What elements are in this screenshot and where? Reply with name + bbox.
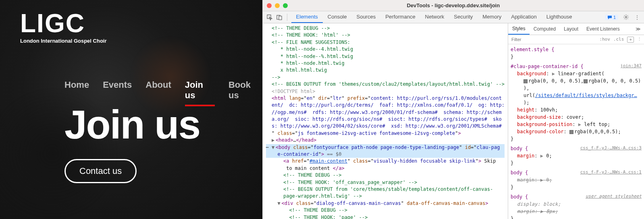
logo-text: LIGC (20, 12, 107, 35)
website-preview: LIGC London International Gospel Choir H… (0, 0, 262, 219)
dom-comment: <!-- THEME DEBUG --> (289, 207, 347, 213)
css-prop: margin (517, 209, 534, 214)
style-rule[interactable]: body {css_f-F-yJ-…NWs-A.css:1 margin: ▶ … (511, 169, 642, 191)
kebab-icon[interactable]: ⋮ (634, 14, 641, 21)
dom-comment: <!-- FILE NAME SUGGESTIONS: (272, 39, 350, 45)
hero-section: Join us Contact us (64, 101, 200, 183)
svg-rect-1 (279, 16, 282, 20)
dom-comment: <!-- THEME DEBUG --> (272, 25, 330, 31)
dom-comment: * html--node--4.html.twig (272, 46, 353, 52)
css-prop[interactable]: height (517, 107, 534, 113)
dom-comment: * html--node.html.twig (272, 60, 345, 66)
selector: #clau-page-container-id { (511, 63, 584, 70)
css-prop: display (517, 201, 538, 207)
dom-element[interactable]: <a href="#main-content" class="visually-… (266, 158, 505, 165)
dom-comment: page-wrapper.html.twig' --> (283, 193, 362, 199)
hov-toggle[interactable]: :hov (599, 37, 610, 43)
rule-close: } (511, 215, 642, 219)
more-icon[interactable]: ⋮ (637, 37, 642, 43)
tab-memory[interactable]: Memory (478, 11, 506, 23)
tab-application[interactable]: Application (506, 11, 542, 23)
separator (287, 14, 287, 21)
device-toggle-icon[interactable] (276, 14, 283, 21)
window-titlebar[interactable]: DevTools - ligc-develop.ddev.site/join (263, 0, 644, 11)
rule-close: } (511, 135, 642, 143)
svg-point-2 (625, 16, 627, 18)
css-prop[interactable]: background-position (517, 122, 572, 127)
css-prop[interactable]: margin (517, 177, 534, 183)
site-logo[interactable]: LIGC London International Gospel Choir (20, 12, 107, 44)
css-url-link[interactable]: /sites/default/files/styles/backgr… (535, 93, 637, 98)
window-title: DevTools - ligc-develop.ddev.site/join (263, 2, 644, 8)
gear-icon[interactable] (622, 14, 629, 21)
css-prop[interactable]: margin (517, 153, 534, 159)
tab-performance[interactable]: Performance (380, 11, 420, 23)
tab-network[interactable]: Network (420, 11, 449, 23)
dom-element[interactable]: <html lang="en" dir="ltr" prefix="conten… (266, 95, 505, 102)
new-rule-button[interactable]: + (627, 37, 634, 43)
sidebar-tabs: Styles Computed Layout Event Listeners ≫ (508, 23, 644, 35)
styles-pane: Styles Computed Layout Event Listeners ≫… (508, 23, 644, 219)
selector: body { (511, 169, 528, 176)
dom-element[interactable]: ▼<div class="dialog-off-canvas-main-canv… (266, 200, 505, 207)
tab-lighthouse[interactable]: Lighthouse (542, 11, 577, 23)
tab-event-listeners[interactable]: Event Listeners (582, 24, 624, 34)
selector: body { (511, 193, 528, 200)
tab-styles[interactable]: Styles (508, 23, 530, 35)
styles-filter-input[interactable] (511, 36, 599, 43)
more-tabs-icon[interactable]: ≫ (632, 25, 644, 33)
issues-badge[interactable]: 1 (605, 14, 618, 20)
tab-layout[interactable]: Layout (560, 24, 582, 34)
message-icon (607, 15, 612, 20)
rule-source-link[interactable]: css_f-F-yJ-…NWs-A.css:1 (580, 169, 642, 176)
tab-computed[interactable]: Computed (530, 24, 560, 34)
css-prop[interactable]: background (517, 71, 546, 76)
rule-source-ua: user agent stylesheet (586, 193, 642, 200)
style-rule[interactable]: body {css_f-F-yJ-…NWs-A.css:3 margin: ▶ … (511, 145, 642, 167)
nav-book-us[interactable]: Book us (229, 80, 262, 106)
devtools-window: DevTools - ligc-develop.ddev.site/join E… (262, 0, 644, 219)
dom-eq-zero: == $0 (324, 151, 341, 157)
dom-selected-element[interactable]: ⋯ ▼<body class="fontyourface path-node p… (266, 144, 505, 151)
panel-tabs: Elements Console Sources Performance Net… (291, 11, 577, 23)
style-rule[interactable]: body {user agent stylesheet display: blo… (511, 193, 642, 219)
rule-close: } (511, 159, 642, 167)
dom-comment: <!-- BEGIN OUTPUT from 'themes/custom/cl… (272, 81, 505, 87)
tab-elements[interactable]: Elements (291, 11, 323, 23)
style-rules[interactable]: element.style { } #clau-page-container-i… (508, 44, 644, 219)
selector: element.style { (511, 46, 554, 53)
tab-sources[interactable]: Sources (351, 11, 380, 23)
dom-tree[interactable]: <!-- THEME DEBUG --> <!-- THEME HOOK: 'h… (263, 23, 508, 219)
rule-close: } (511, 53, 642, 60)
selector: body { (511, 145, 528, 152)
styles-filter-row: :hov .cls + ⋮ (508, 35, 644, 44)
dom-comment: <!-- THEME HOOK: 'off_canvas_page_wrappe… (283, 180, 417, 185)
dom-comment: x html.html.twig (272, 67, 327, 73)
rule-source-link[interactable]: css_f-F-yJ-…NWs-A.css:3 (580, 145, 642, 152)
contact-us-button[interactable]: Contact us (64, 159, 137, 183)
css-prop[interactable]: background-color (517, 129, 564, 134)
issues-count: 1 (613, 15, 616, 20)
style-rule[interactable]: #clau-page-container-id {join:347 backgr… (511, 63, 642, 143)
logo-tagline: London International Gospel Choir (20, 38, 107, 44)
dom-element[interactable]: ▶<head>…</head> (266, 137, 505, 144)
dom-comment: <!-- THEME HOOK: 'page' --> (289, 215, 368, 219)
rule-source-link[interactable]: join:347 (620, 63, 642, 70)
rule-close: } (511, 184, 642, 191)
dom-comment: <!-- BEGIN OUTPUT from 'core/themes/stab… (283, 186, 493, 192)
dom-comment: <!-- THEME DEBUG --> (283, 172, 342, 178)
tab-console[interactable]: Console (323, 11, 352, 23)
cls-toggle[interactable]: .cls (613, 37, 624, 43)
page-title: Join us (64, 101, 200, 148)
dom-doctype: <!DOCTYPE html> (272, 89, 315, 94)
style-rule[interactable]: element.style { } (511, 46, 642, 60)
css-prop[interactable]: background-size (517, 114, 561, 120)
inspect-icon[interactable] (266, 14, 273, 21)
devtools-toolbar: Elements Console Sources Performance Net… (263, 11, 644, 23)
dom-comment: <!-- THEME HOOK: 'html' --> (272, 32, 350, 38)
dom-comment: * html--node--%.html.twig (272, 54, 353, 59)
dom-comment: --> (272, 74, 280, 80)
tab-security[interactable]: Security (449, 11, 478, 23)
